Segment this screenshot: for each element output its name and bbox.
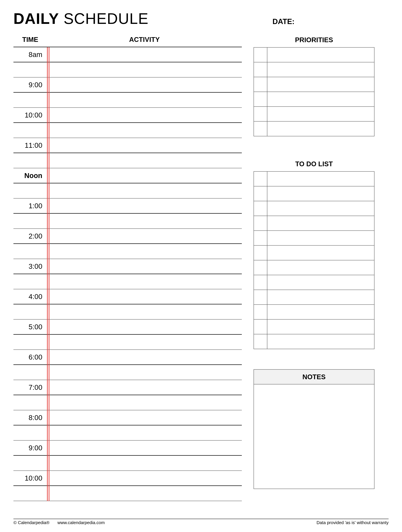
todo-checkbox[interactable]: [254, 260, 267, 275]
activity-cell[interactable]: [47, 289, 242, 304]
activity-cell[interactable]: [47, 441, 242, 455]
priorities-checkbox[interactable]: [254, 92, 267, 106]
activity-cell[interactable]: [47, 183, 242, 198]
activity-cell[interactable]: [47, 350, 242, 364]
activity-cell[interactable]: [47, 77, 242, 92]
todo-checkbox[interactable]: [254, 216, 267, 230]
priorities-checkbox[interactable]: [254, 77, 267, 92]
priorities-item[interactable]: [267, 48, 374, 62]
schedule-row: [13, 425, 242, 441]
schedule-row: [13, 153, 242, 168]
todo-item[interactable]: [267, 246, 374, 260]
activity-cell[interactable]: [47, 93, 242, 108]
todo-checkbox[interactable]: [254, 172, 267, 186]
activity-cell[interactable]: [47, 395, 242, 410]
activity-cell[interactable]: [47, 471, 242, 485]
schedule-row: [13, 123, 242, 138]
priorities-checkbox[interactable]: [254, 62, 267, 77]
title-light: SCHEDULE: [64, 10, 148, 27]
todo-checkbox[interactable]: [254, 246, 267, 260]
activity-cell[interactable]: [47, 335, 242, 349]
time-cell: 3:00: [13, 259, 47, 274]
todo-row: [254, 216, 374, 231]
priorities-row: [254, 77, 374, 92]
footer-url: www.calendarpedia.com: [57, 520, 105, 525]
todo-checkbox[interactable]: [254, 186, 267, 201]
todo-item[interactable]: [267, 231, 374, 245]
todo-checkbox[interactable]: [254, 275, 267, 290]
activity-cell[interactable]: [47, 410, 242, 425]
activity-cell[interactable]: [47, 168, 242, 183]
schedule-row: 11:00: [13, 138, 242, 153]
page: DAILY SCHEDULE DATE: TIME ACTIVITY 8am9:…: [0, 0, 402, 532]
activity-cell[interactable]: [47, 456, 242, 470]
time-cell: 7:00: [13, 380, 47, 395]
time-cell: 10:00: [13, 108, 47, 122]
priorities-item[interactable]: [267, 92, 374, 106]
notes-body[interactable]: [254, 384, 374, 489]
activity-cell[interactable]: [47, 425, 242, 440]
todo-checkbox[interactable]: [254, 201, 267, 216]
schedule-body: 8am9:0010:0011:00Noon1:002:003:004:005:0…: [13, 47, 242, 501]
activity-cell[interactable]: [47, 380, 242, 395]
todo-item[interactable]: [267, 275, 374, 290]
todo-item[interactable]: [267, 172, 374, 186]
notes-title: NOTES: [254, 370, 374, 384]
footer: © Calendarpedia® www.calendarpedia.com D…: [13, 519, 389, 525]
priorities-item[interactable]: [267, 77, 374, 92]
time-cell: 2:00: [13, 229, 47, 243]
todo-checkbox[interactable]: [254, 334, 267, 349]
activity-cell[interactable]: [47, 320, 242, 334]
todo-row: [254, 334, 374, 349]
activity-cell[interactable]: [47, 108, 242, 122]
time-cell: [13, 183, 47, 198]
todo-row: [254, 290, 374, 305]
schedule-row: [13, 244, 242, 259]
todo-checkbox[interactable]: [254, 320, 267, 334]
time-cell: 8:00: [13, 410, 47, 425]
todo-item[interactable]: [267, 334, 374, 349]
todo-item[interactable]: [267, 201, 374, 216]
activity-cell[interactable]: [47, 138, 242, 153]
todo-item[interactable]: [267, 305, 374, 319]
schedule-row: 10:00: [13, 471, 242, 486]
activity-cell[interactable]: [47, 62, 242, 77]
activity-cell[interactable]: [47, 153, 242, 168]
priorities-item[interactable]: [267, 107, 374, 121]
priorities-item[interactable]: [267, 121, 374, 136]
priorities-checkbox[interactable]: [254, 48, 267, 62]
activity-cell[interactable]: [47, 274, 242, 289]
schedule-row: [13, 304, 242, 320]
todo-table: [254, 171, 374, 349]
activity-cell[interactable]: [47, 214, 242, 228]
activity-cell[interactable]: [47, 229, 242, 243]
time-cell: [13, 365, 47, 380]
todo-row: [254, 320, 374, 334]
activity-cell[interactable]: [47, 244, 242, 259]
priorities-checkbox[interactable]: [254, 121, 267, 136]
schedule-row: [13, 93, 242, 108]
schedule-row: 3:00: [13, 259, 242, 274]
activity-cell[interactable]: [47, 198, 242, 213]
todo-checkbox[interactable]: [254, 305, 267, 319]
todo-item[interactable]: [267, 320, 374, 334]
schedule-row: [13, 456, 242, 471]
todo-item[interactable]: [267, 216, 374, 230]
activity-cell[interactable]: [47, 486, 242, 501]
schedule-row: [13, 395, 242, 410]
time-cell: [13, 456, 47, 470]
activity-cell[interactable]: [47, 123, 242, 138]
todo-item[interactable]: [267, 290, 374, 304]
time-cell: 5:00: [13, 320, 47, 334]
priorities-checkbox[interactable]: [254, 107, 267, 121]
todo-checkbox[interactable]: [254, 231, 267, 245]
activity-cell[interactable]: [47, 259, 242, 274]
todo-title: TO DO LIST: [254, 157, 374, 171]
activity-cell[interactable]: [47, 304, 242, 319]
todo-checkbox[interactable]: [254, 290, 267, 304]
activity-cell[interactable]: [47, 365, 242, 380]
activity-cell[interactable]: [47, 47, 242, 62]
todo-item[interactable]: [267, 186, 374, 201]
todo-item[interactable]: [267, 260, 374, 275]
priorities-item[interactable]: [267, 62, 374, 77]
